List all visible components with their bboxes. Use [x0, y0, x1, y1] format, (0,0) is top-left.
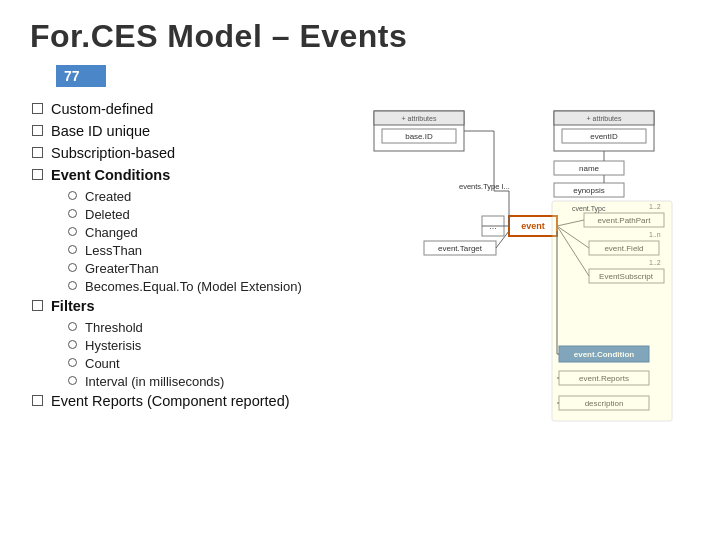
bullet-filters: Filters [28, 298, 348, 314]
bullet-custom-label: Custom-defined [51, 101, 153, 117]
left-panel: Custom-defined Base ID unique Subscripti… [28, 101, 348, 505]
circle-icon [68, 227, 77, 236]
sub-threshold: Threshold [68, 320, 348, 335]
sub-interval-label: Interval (in milliseconds) [85, 374, 224, 389]
event-central-label: event [521, 221, 545, 231]
bullet-event-conditions-label: Event Conditions [51, 167, 170, 183]
checkbox-icon [32, 147, 43, 158]
sub-threshold-label: Threshold [85, 320, 143, 335]
name-label: name [579, 164, 600, 173]
sub-deleted-label: Deleted [85, 207, 130, 222]
sub-interval: Interval (in milliseconds) [68, 374, 348, 389]
sub-hysterisis: Hysterisis [68, 338, 348, 353]
circle-icon [68, 263, 77, 272]
checkbox-icon [32, 103, 43, 114]
sub-changed: Changed [68, 225, 348, 240]
event-target-label: event.Target [438, 244, 483, 253]
synopsis-label: eynopsis [573, 186, 605, 195]
sub-becomesequal-label: Becomes.Equal.To (Model Extension) [85, 279, 302, 294]
bullet-filters-label: Filters [51, 298, 95, 314]
circle-icon [68, 245, 77, 254]
bullet-event-reports: Event Reports (Component reported) [28, 393, 348, 409]
sub-greaterthan-label: GreaterThan [85, 261, 159, 276]
slide-title: For.CES Model – Events [30, 18, 690, 55]
circle-icon [68, 376, 77, 385]
eventid-label: eventID [590, 132, 618, 141]
content-area: Custom-defined Base ID unique Subscripti… [0, 101, 720, 505]
sub-hysterisis-label: Hysterisis [85, 338, 141, 353]
filters-subbullets: Threshold Hysterisis Count Interval (in … [68, 320, 348, 389]
circle-icon [68, 340, 77, 349]
checkbox-icon [32, 395, 43, 406]
bullet-event-reports-label: Event Reports (Component reported) [51, 393, 290, 409]
uml-diagram: + attributes base.ID events.Type I... + … [364, 101, 694, 501]
circle-icon [68, 281, 77, 290]
checkbox-icon [32, 300, 43, 311]
right-panel: + attributes base.ID events.Type I... + … [364, 101, 694, 505]
circle-icon [68, 209, 77, 218]
slide: For.CES Model – Events 77 Custom-defined… [0, 0, 720, 540]
bullet-event-conditions: Event Conditions [28, 167, 348, 183]
bullet-subscription: Subscription-based [28, 145, 348, 161]
sub-becomesequal: Becomes.Equal.To (Model Extension) [68, 279, 348, 294]
title-bar: For.CES Model – Events [0, 0, 720, 65]
event-cvent-type-label: cvent.Typc [572, 205, 606, 213]
sub-deleted: Deleted [68, 207, 348, 222]
sub-count: Count [68, 356, 348, 371]
bullet-subscription-label: Subscription-based [51, 145, 175, 161]
sub-lessthan: LessThan [68, 243, 348, 258]
attributes-label2: + attributes [587, 115, 622, 122]
sub-lessthan-label: LessThan [85, 243, 142, 258]
bullet-custom: Custom-defined [28, 101, 348, 117]
circle-icon [68, 322, 77, 331]
sub-created: Created [68, 189, 348, 204]
bullet-baseid: Base ID unique [28, 123, 348, 139]
baseid-label: base.ID [405, 132, 433, 141]
sub-changed-label: Changed [85, 225, 138, 240]
bullet-baseid-label: Base ID unique [51, 123, 150, 139]
event-conditions-subbullets: Created Deleted Changed LessThan Greater… [68, 189, 348, 294]
checkbox-icon [32, 125, 43, 136]
slide-number: 77 [56, 65, 106, 87]
checkbox-icon [32, 169, 43, 180]
sub-greaterthan: GreaterThan [68, 261, 348, 276]
attributes-label1: + attributes [402, 115, 437, 122]
svg-rect-29 [552, 201, 672, 421]
events-type-label: events.Type I... [459, 182, 510, 191]
sub-created-label: Created [85, 189, 131, 204]
circle-icon [68, 191, 77, 200]
circle-icon [68, 358, 77, 367]
sub-count-label: Count [85, 356, 120, 371]
